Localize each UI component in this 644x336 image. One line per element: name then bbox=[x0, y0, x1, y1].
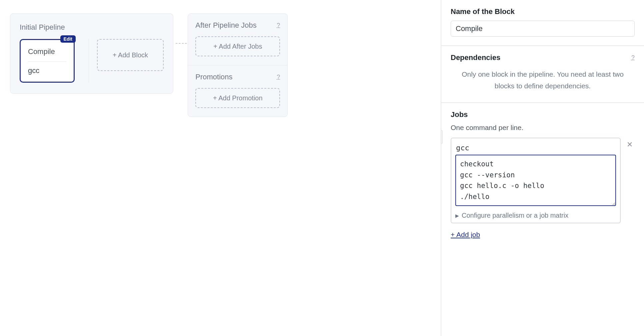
configure-parallelism-toggle[interactable]: ▶ Configure parallelism or a job matrix bbox=[455, 212, 616, 219]
pipeline-body: Edit Compile gcc + Add Block bbox=[20, 39, 164, 83]
after-jobs-title: After Pipeline Jobs bbox=[195, 21, 256, 30]
job-commands-textarea[interactable] bbox=[455, 155, 616, 206]
add-promotion-button[interactable]: + Add Promotion bbox=[195, 88, 280, 108]
panel-resize-handle[interactable] bbox=[441, 130, 443, 144]
pipeline-panel: Initial Pipeline Edit Compile gcc + Add … bbox=[10, 13, 173, 94]
jobs-section: Jobs One command per line. ▶ Configure p… bbox=[441, 102, 644, 247]
remove-job-button[interactable]: ✕ bbox=[625, 138, 635, 152]
promotions-help-icon[interactable]: ? bbox=[277, 74, 280, 81]
block-inspector-panel: Name of the Block Dependencies ? Only on… bbox=[441, 0, 644, 336]
after-and-promotions-panel: After Pipeline Jobs ? + Add After Jobs P… bbox=[188, 13, 288, 117]
block-name: Compile bbox=[28, 47, 66, 56]
dependencies-help-icon[interactable]: ? bbox=[631, 54, 635, 61]
promotions-section: Promotions ? + Add Promotion bbox=[188, 65, 287, 117]
name-label: Name of the Block bbox=[451, 7, 635, 16]
block-divider bbox=[28, 61, 66, 62]
jobs-subtitle: One command per line. bbox=[451, 124, 635, 132]
pipeline-connector: ---- bbox=[175, 39, 188, 47]
promotions-title: Promotions bbox=[195, 73, 232, 81]
pipeline-block-compile[interactable]: Edit Compile gcc bbox=[20, 39, 75, 83]
after-pipeline-jobs-section: After Pipeline Jobs ? + Add After Jobs bbox=[188, 14, 287, 65]
pipeline-title: Initial Pipeline bbox=[20, 23, 164, 32]
add-job-link[interactable]: + Add job bbox=[451, 231, 480, 239]
after-jobs-help-icon[interactable]: ? bbox=[277, 22, 280, 29]
add-after-jobs-button[interactable]: + Add After Jobs bbox=[195, 36, 280, 56]
parallelism-label: Configure parallelism or a job matrix bbox=[462, 212, 568, 219]
vertical-divider bbox=[89, 39, 89, 83]
caret-right-icon: ▶ bbox=[455, 213, 459, 218]
dependencies-message: Only one block in the pipeline. You need… bbox=[451, 67, 635, 94]
pipeline-canvas: Initial Pipeline Edit Compile gcc + Add … bbox=[0, 0, 441, 336]
dependencies-label: Dependencies bbox=[451, 53, 500, 62]
block-name-input[interactable] bbox=[451, 21, 635, 37]
dependencies-section: Dependencies ? Only one block in the pip… bbox=[441, 45, 644, 102]
job-name-input[interactable] bbox=[455, 142, 616, 155]
name-section: Name of the Block bbox=[441, 0, 644, 45]
edit-badge[interactable]: Edit bbox=[60, 35, 76, 43]
job-editor-area: ▶ Configure parallelism or a job matrix … bbox=[451, 138, 635, 223]
block-job-name: gcc bbox=[28, 66, 66, 75]
job-box: ▶ Configure parallelism or a job matrix bbox=[451, 138, 621, 223]
jobs-label: Jobs bbox=[451, 110, 635, 119]
add-block-button[interactable]: + Add Block bbox=[97, 39, 164, 71]
